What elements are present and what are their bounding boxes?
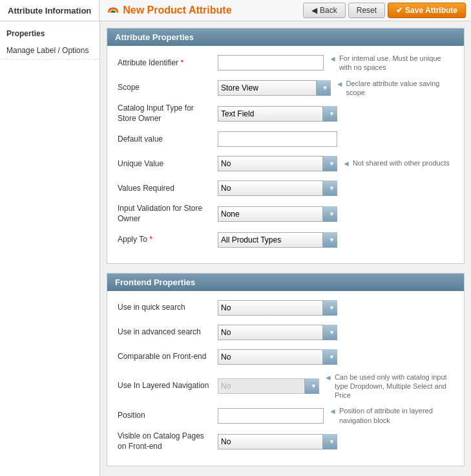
- save-icon: ✔: [396, 6, 403, 15]
- apply-to-control: All Product Types Selected Product Types: [218, 232, 337, 248]
- scope-row: Scope Store View Website Global ◄ Declar…: [118, 79, 454, 98]
- advanced-search-select-wrapper: No Yes: [218, 325, 337, 340]
- attribute-properties-header: Attribute Properties: [107, 28, 464, 46]
- comparable-frontend-select[interactable]: No Yes: [218, 349, 337, 365]
- sidebar: Properties Manage Label / Options: [0, 21, 100, 476]
- sidebar-section-title: Properties: [0, 27, 99, 42]
- layered-navigation-select[interactable]: No Yes: [218, 378, 319, 394]
- layered-navigation-hint: ◄ Can be used only with catalog input ty…: [324, 373, 454, 400]
- input-validation-row: Input Validation for Store Owner None Al…: [118, 204, 454, 224]
- position-hint: ◄ Position of attribute in layered navig…: [329, 406, 454, 425]
- catalog-input-type-select-wrapper: Text Field Text Area Date Yes/No Multipl…: [218, 106, 337, 122]
- attribute-properties-body: Attribute Identifier * ◄ For internal us…: [107, 46, 464, 263]
- catalog-input-type-label: Catalog Input Type for Store Owner: [118, 103, 218, 124]
- hint-arrow-icon: ◄: [329, 54, 337, 65]
- input-validation-select-wrapper: None Alphanumeric Alphanumeric with Spac…: [218, 206, 337, 222]
- values-required-control: No Yes: [218, 180, 337, 196]
- hint-arrow-icon: ◄: [324, 373, 332, 384]
- unique-value-select-wrapper: No Yes: [218, 156, 337, 171]
- attribute-identifier-hint: ◄ For internal use. Must be unique with …: [329, 54, 454, 72]
- comparable-frontend-control: No Yes: [218, 349, 337, 365]
- layered-navigation-control: No Yes ◄ Can be used only with catalog i…: [218, 373, 454, 400]
- unique-value-select[interactable]: No Yes: [218, 156, 337, 171]
- frontend-properties-header: Frontend Properties: [107, 274, 464, 291]
- catalog-input-type-control: Text Field Text Area Date Yes/No Multipl…: [218, 106, 337, 122]
- back-icon: ◀: [311, 6, 317, 15]
- values-required-label: Values Required: [118, 184, 218, 194]
- scope-hint: ◄ Declare attribute value saving scope: [336, 79, 454, 98]
- values-required-row: Values Required No Yes: [118, 179, 454, 197]
- save-attribute-button[interactable]: ✔ Save Attribute: [388, 3, 466, 18]
- attribute-identifier-input[interactable]: [218, 55, 324, 70]
- default-value-input[interactable]: [218, 131, 337, 147]
- apply-to-select-wrapper: All Product Types Selected Product Types: [218, 232, 337, 248]
- default-value-row: Default value: [118, 130, 454, 148]
- input-validation-control: None Alphanumeric Alphanumeric with Spac…: [218, 206, 337, 222]
- visible-catalog-row: Visible on Catalog Pages on Front-end No…: [118, 431, 454, 451]
- default-value-label: Default value: [118, 135, 218, 145]
- scope-select[interactable]: Store View Website Global: [218, 80, 331, 96]
- page-title: New Product Attribute: [123, 5, 231, 16]
- apply-to-row: Apply To * All Product Types Selected Pr…: [118, 231, 454, 249]
- attribute-info-label: Attribute Information: [8, 6, 91, 16]
- quick-search-select[interactable]: No Yes: [218, 300, 337, 316]
- layered-navigation-select-wrapper: No Yes: [218, 378, 319, 394]
- position-label: Position: [118, 411, 218, 421]
- hint-arrow-icon: ◄: [336, 80, 344, 90]
- values-required-select[interactable]: No Yes: [218, 180, 337, 196]
- comparable-frontend-row: Comparable on Front-end No Yes: [118, 348, 454, 366]
- input-validation-label: Input Validation for Store Owner: [118, 204, 218, 224]
- page-title-area: New Product Attribute: [99, 5, 303, 16]
- attribute-info-tab[interactable]: Attribute Information: [0, 0, 99, 21]
- input-validation-select[interactable]: None Alphanumeric Alphanumeric with Spac…: [218, 206, 337, 222]
- visible-catalog-select[interactable]: No Yes: [218, 434, 337, 449]
- comparable-frontend-select-wrapper: No Yes: [218, 349, 337, 365]
- apply-to-select[interactable]: All Product Types Selected Product Types: [218, 232, 337, 248]
- visible-catalog-select-wrapper: No Yes: [218, 434, 337, 449]
- position-control: ◄ Position of attribute in layered navig…: [218, 406, 454, 425]
- layered-navigation-row: Use In Layered Navigation No Yes ◄ Can b…: [118, 373, 454, 400]
- values-required-select-wrapper: No Yes: [218, 180, 337, 196]
- default-value-control: [218, 131, 337, 147]
- scope-select-wrapper: Store View Website Global: [218, 80, 331, 96]
- frontend-properties-body: Use in quick search No Yes Use in advanc…: [107, 291, 464, 466]
- main-layout: Properties Manage Label / Options Attrib…: [0, 21, 471, 476]
- visible-catalog-label: Visible on Catalog Pages on Front-end: [118, 431, 218, 451]
- content-area: Attribute Properties Attribute Identifie…: [100, 21, 471, 476]
- required-marker: *: [149, 235, 152, 244]
- advanced-search-control: No Yes: [218, 325, 337, 340]
- attribute-properties-section: Attribute Properties Attribute Identifie…: [107, 28, 465, 264]
- position-input[interactable]: [218, 408, 324, 424]
- hint-arrow-icon: ◄: [342, 159, 350, 169]
- quick-search-row: Use in quick search No Yes: [118, 299, 454, 317]
- comparable-frontend-label: Comparable on Front-end: [118, 352, 218, 362]
- position-row: Position ◄ Position of attribute in laye…: [118, 406, 454, 425]
- unique-value-row: Unique Value No Yes ◄ Not shared with ot…: [118, 155, 454, 173]
- quick-search-select-wrapper: No Yes: [218, 300, 337, 316]
- layered-navigation-label: Use In Layered Navigation: [118, 381, 218, 391]
- advanced-search-label: Use in advanced search: [118, 327, 218, 338]
- required-marker: *: [180, 58, 183, 67]
- sidebar-item-manage-label[interactable]: Manage Label / Options: [0, 42, 99, 60]
- advanced-search-select[interactable]: No Yes: [218, 325, 337, 340]
- back-button[interactable]: ◀ Back: [303, 3, 346, 18]
- attribute-identifier-label: Attribute Identifier *: [118, 58, 218, 69]
- top-header: Attribute Information New Product Attrib…: [0, 0, 471, 21]
- scope-control: Store View Website Global ◄ Declare attr…: [218, 79, 454, 98]
- attribute-identifier-control: ◄ For internal use. Must be unique with …: [218, 54, 454, 72]
- attribute-identifier-row: Attribute Identifier * ◄ For internal us…: [118, 54, 454, 72]
- catalog-input-type-row: Catalog Input Type for Store Owner Text …: [118, 103, 454, 124]
- unique-value-control: No Yes ◄ Not shared with other products: [218, 156, 450, 171]
- quick-search-control: No Yes: [218, 300, 337, 316]
- reset-button[interactable]: Reset: [348, 3, 385, 18]
- apply-to-label: Apply To *: [118, 235, 218, 245]
- catalog-input-type-select[interactable]: Text Field Text Area Date Yes/No Multipl…: [218, 106, 337, 122]
- frontend-properties-section: Frontend Properties Use in quick search …: [107, 273, 465, 467]
- header-actions: ◀ Back Reset ✔ Save Attribute: [303, 3, 471, 18]
- unique-value-label: Unique Value: [118, 159, 218, 169]
- visible-catalog-control: No Yes: [218, 434, 337, 449]
- advanced-search-row: Use in advanced search No Yes: [118, 323, 454, 341]
- rainbow-icon: [107, 5, 119, 16]
- scope-label: Scope: [118, 83, 218, 93]
- quick-search-label: Use in quick search: [118, 303, 218, 313]
